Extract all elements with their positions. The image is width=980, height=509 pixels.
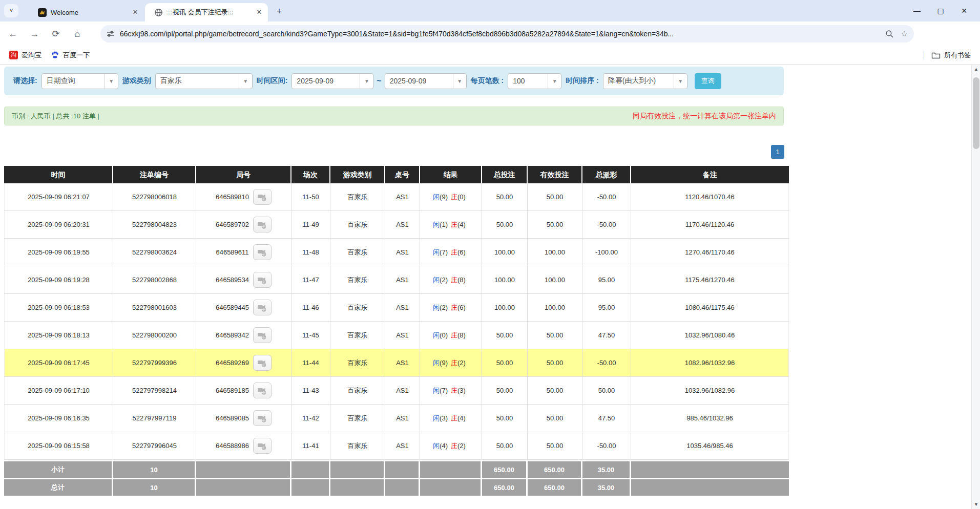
video-replay-button[interactable]: [253, 272, 272, 288]
cell-round: 646589269: [196, 349, 291, 377]
cell-valid-bet: 100.00: [528, 266, 582, 294]
cell-total-bet: 50.00: [482, 432, 528, 460]
date-to-input[interactable]: 2025-09-09 ▼: [385, 73, 467, 89]
home-button[interactable]: ⌂: [69, 25, 86, 43]
banker-score: (2): [457, 359, 466, 367]
browser-toolbar: ← → ⟳ ⌂ 66cxkj98.com/ipl/portal.php/game…: [0, 22, 980, 46]
player-result: 闲: [433, 220, 440, 229]
cell-round: 646589185: [196, 377, 291, 405]
new-tab-button[interactable]: +: [273, 5, 286, 18]
cell-bet-id: 522798000200: [113, 322, 196, 349]
banker-score: (4): [457, 221, 466, 228]
search-button[interactable]: 查询: [695, 73, 721, 89]
video-replay-button[interactable]: [253, 438, 272, 454]
zoom-icon[interactable]: [885, 30, 894, 38]
window-controls: — ▢ ✕: [905, 0, 976, 22]
round-number: 646589342: [216, 331, 249, 339]
cell-result: 闲(4) 庄(2): [420, 432, 482, 460]
cell-bet-id: 522797996045: [113, 432, 196, 460]
video-replay-button[interactable]: [253, 327, 272, 343]
forward-button[interactable]: →: [26, 25, 43, 43]
bookmark-baidu[interactable]: 百度一下: [51, 51, 90, 60]
cell-table-no: AS1: [385, 432, 420, 460]
game-type-select[interactable]: 百家乐 ▼: [155, 73, 253, 89]
cell-time: 2025-09-09 06:16:35: [4, 405, 113, 432]
taobao-icon: 淘: [9, 51, 18, 59]
time-range-label: 时间区间:: [257, 76, 288, 86]
info-bar: 币别 : 人民币 | 总共 :10 注单 | 同局有效投注，统一计算在该局第一张…: [4, 107, 784, 125]
round-number: 646589185: [216, 387, 249, 394]
subtotal-count: 10: [113, 461, 196, 478]
cell-note: 1270.46/1170.46: [631, 239, 789, 266]
pagination-page-1[interactable]: 1: [771, 145, 784, 159]
date-from-input[interactable]: 2025-09-09 ▼: [291, 73, 373, 89]
video-replay-button[interactable]: [253, 244, 272, 260]
cell-game-type: 百家乐: [330, 405, 385, 432]
minimize-button[interactable]: —: [905, 0, 929, 22]
scroll-up-icon[interactable]: ▲: [972, 65, 980, 74]
footer-empty-cell: [330, 479, 385, 496]
all-bookmarks[interactable]: 所有书签: [924, 51, 971, 60]
cell-valid-bet: 50.00: [528, 432, 582, 460]
cell-valid-bet: 50.00: [528, 405, 582, 432]
bookmark-label: 爱淘宝: [22, 51, 41, 60]
footer-empty-cell: [385, 461, 420, 478]
tab-bet-records[interactable]: :::视讯 会员下注纪录::: ✕: [145, 3, 268, 22]
video-replay-button[interactable]: [253, 189, 272, 205]
cell-session: 11-45: [291, 322, 330, 349]
url-text[interactable]: 66cxkj98.com/ipl/portal.php/game/betreco…: [120, 30, 878, 38]
banker-result: 庄: [451, 441, 457, 451]
cell-time: 2025-09-09 06:17:10: [4, 377, 113, 405]
close-button[interactable]: ✕: [952, 0, 976, 22]
total-count: 10: [113, 479, 196, 496]
video-replay-button[interactable]: [253, 410, 272, 426]
per-page-select[interactable]: 100 ▼: [508, 73, 561, 89]
tab-search-button[interactable]: ˅: [4, 4, 18, 17]
video-replay-button[interactable]: [253, 300, 272, 315]
cell-session: 11-46: [291, 294, 330, 322]
header-valid-bet: 有效投注: [528, 166, 582, 183]
scroll-down-icon[interactable]: ▼: [972, 500, 980, 509]
video-camera-icon: [257, 303, 267, 312]
round-number: 646589702: [216, 221, 249, 228]
maximize-button[interactable]: ▢: [929, 0, 952, 22]
cell-payout: 95.00: [582, 294, 631, 322]
vertical-scrollbar[interactable]: ▲ ▼: [971, 65, 980, 509]
cell-round: 646589085: [196, 405, 291, 432]
cell-time: 2025-09-09 06:18:13: [4, 322, 113, 349]
cell-round: 646589702: [196, 211, 291, 239]
bookmark-aitaobao[interactable]: 淘 爱淘宝: [9, 51, 41, 60]
cell-result: 闲(7) 庄(6): [420, 239, 482, 266]
video-replay-button[interactable]: [253, 355, 272, 371]
video-replay-button[interactable]: [253, 383, 272, 398]
cell-session: 11-49: [291, 211, 330, 239]
tab-welcome[interactable]: Welcome ✕: [34, 3, 144, 22]
player-score: (3): [440, 414, 448, 422]
cell-bet-id: 522798003624: [113, 239, 196, 266]
reload-button[interactable]: ⟳: [47, 25, 65, 43]
cell-total-bet: 50.00: [482, 183, 528, 211]
tab-close-icon[interactable]: ✕: [255, 8, 264, 17]
query-mode-select[interactable]: 日期查询 ▼: [41, 73, 118, 89]
sort-select[interactable]: 降幂(由大到小) ▼: [603, 73, 687, 89]
cell-payout: 95.00: [582, 266, 631, 294]
footer-empty-cell: [291, 461, 330, 478]
site-settings-icon[interactable]: [107, 30, 115, 38]
back-button[interactable]: ←: [4, 25, 22, 43]
bookmark-star-icon[interactable]: ☆: [901, 29, 908, 38]
header-result: 结果: [420, 166, 482, 183]
table-row: 2025-09-09 06:19:28 522798002868 6465895…: [4, 266, 789, 294]
cell-bet-id: 522797998214: [113, 377, 196, 405]
cell-total-bet: 100.00: [482, 266, 528, 294]
address-bar[interactable]: 66cxkj98.com/ipl/portal.php/game/betreco…: [100, 25, 914, 43]
tab-title: Welcome: [51, 9, 131, 16]
cell-game-type: 百家乐: [330, 349, 385, 377]
divider: [924, 51, 924, 60]
cell-table-no: AS1: [385, 294, 420, 322]
tab-close-icon[interactable]: ✕: [131, 8, 140, 17]
cell-table-no: AS1: [385, 211, 420, 239]
video-replay-button[interactable]: [253, 217, 272, 232]
cell-session: 11-41: [291, 432, 330, 460]
banker-result: 庄: [451, 220, 457, 229]
scrollbar-thumb[interactable]: [973, 77, 979, 149]
